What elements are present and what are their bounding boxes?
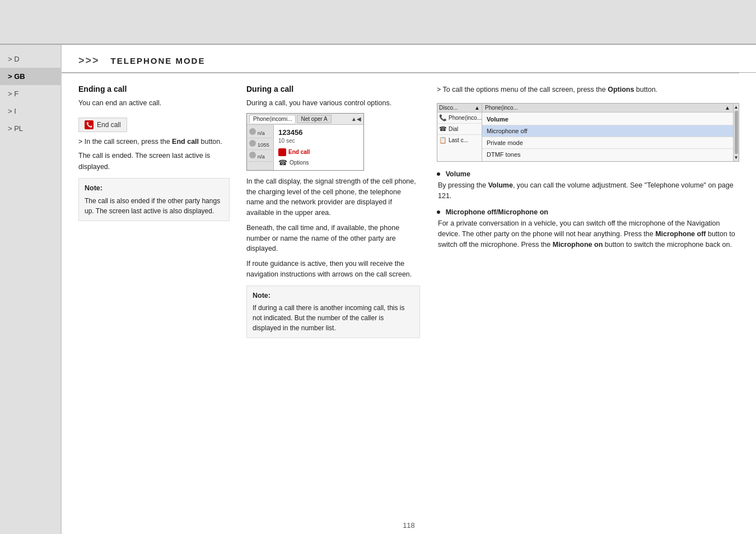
options-dial-label: Dial: [449, 126, 458, 132]
end-call-button-image: End call: [78, 118, 127, 132]
options-mockup: Disco... ▲ 📞 Phone(inco... ☎ Dial: [437, 103, 739, 162]
page-number: 118: [62, 517, 756, 534]
sidebar-item-pl[interactable]: > PL: [0, 120, 60, 137]
ending-note-box: Note: The call is also ended if the othe…: [78, 178, 230, 221]
phone-options-label: Options: [290, 160, 309, 166]
bullet-volume-title: Volume: [446, 170, 470, 178]
during-note-label: Note:: [253, 291, 414, 301]
options-menu: Volume Microphone off Private mode DTMF …: [482, 113, 733, 161]
right-intro-text: > To call the options menu of the call s…: [437, 85, 739, 95]
during-body-3: If route guidance is active, then you wi…: [246, 259, 420, 280]
options-row-phone: 📞 Phone(inco...: [437, 113, 482, 124]
options-row-last: 📋 Last c...: [437, 135, 482, 146]
phone-options-button: ☎ Options: [278, 158, 359, 167]
options-scrollbar: ▲ ▼: [733, 104, 739, 161]
bullet-mic-title: Microphone off/Microphone on: [446, 208, 548, 216]
header-bar: >>> TELEPHONE MODE: [62, 45, 756, 73]
ending-result: The call is ended. The screen last activ…: [78, 151, 230, 172]
sidebar: > D > GB > F > I > PL: [0, 45, 62, 534]
ending-intro-text: You can end an active call.: [78, 98, 230, 109]
ending-note-text: The call is also ended if the other part…: [85, 196, 223, 216]
phone-list-item-3: n/a: [248, 150, 272, 162]
during-body-1: In the call display, the signal strength…: [246, 176, 420, 218]
options-last-label: Last c...: [449, 137, 468, 143]
options-menu-item-dtmf: DTMF tones: [482, 149, 733, 160]
sidebar-item-f[interactable]: > F: [0, 85, 60, 102]
options-menu-item-micoff: Microphone off: [482, 125, 733, 137]
during-body-2: Beneath, the call time and, if available…: [246, 223, 420, 254]
left-column: Ending a call You can end an active call…: [78, 85, 230, 505]
right-column: > To call the options menu of the call s…: [437, 85, 739, 505]
ending-a-call-heading: Ending a call: [78, 85, 230, 93]
bullet-dot-mic: [437, 210, 440, 214]
options-menu-item-volume: Volume: [482, 114, 733, 125]
phone-end-call-button: End call: [278, 148, 359, 156]
options-left-panel: Disco... ▲ 📞 Phone(inco... ☎ Dial: [437, 104, 482, 161]
options-row-dial: ☎ Dial: [437, 124, 482, 135]
bullet-microphone: Microphone off/Microphone on For a priva…: [437, 208, 739, 251]
end-call-label: End call: [97, 121, 121, 129]
options-disco-label: Disco...: [439, 105, 474, 111]
signal-indicator: ▲◀: [351, 116, 361, 122]
options-right-header: Phone(inco... ▲: [482, 104, 733, 113]
sidebar-item-d[interactable]: > D: [0, 50, 60, 68]
phone-screen-mockup: Phone(incomi... Net oper A ▲◀ n/a 1055: [246, 113, 364, 171]
phone-end-call-icon: [278, 148, 286, 156]
during-note-box: Note: If during a call there is another …: [246, 285, 420, 339]
phone-header: Phone(incomi... Net oper A ▲◀: [247, 114, 363, 125]
options-scroll-up-right: ▲: [725, 105, 730, 111]
bullet-volume-body: By pressing the Volume, you can call the…: [438, 180, 739, 202]
bullet-dot-volume: [437, 172, 440, 176]
bullets-section: Volume By pressing the Volume, you can c…: [437, 170, 739, 251]
options-scroll-up: ▲: [474, 105, 480, 111]
phone-tab-incoming: Phone(incomi...: [249, 115, 296, 123]
ending-note-label: Note:: [85, 183, 223, 194]
options-menu-item-private: Private mode: [482, 137, 733, 149]
ending-instruction: > In the call screen, press the End call…: [78, 137, 230, 147]
phone-end-call-label: End call: [288, 149, 310, 155]
phone-list-panel: n/a 1055 n/a: [247, 125, 274, 170]
options-phoneinco-header: Phone(inco...: [485, 105, 725, 111]
middle-column: During a call During a call, you have va…: [246, 85, 420, 505]
phone-end-icon: [85, 120, 94, 129]
page-title: TELEPHONE MODE: [111, 56, 206, 65]
bullet-volume: Volume By pressing the Volume, you can c…: [437, 170, 739, 202]
phone-list-item-2: 1055: [248, 138, 272, 150]
phone-number-display: 123456: [278, 128, 359, 137]
during-note-text: If during a call there is another incomi…: [253, 303, 414, 333]
options-phoneinco-label: Phone(inco...: [449, 115, 482, 121]
during-a-call-heading: During a call: [246, 85, 420, 93]
phone-call-panel: 123456 10 sec End call ☎ Options: [274, 125, 363, 170]
phone-tab-network: Net oper A: [297, 115, 331, 123]
top-decorative-bar: [0, 0, 756, 45]
options-left-header: Disco... ▲: [437, 104, 482, 113]
phone-call-time: 10 sec: [278, 138, 359, 144]
sidebar-item-gb[interactable]: > GB: [0, 68, 60, 85]
sidebar-item-i[interactable]: > I: [0, 102, 60, 120]
during-intro-text: During a call, you have various control …: [246, 98, 420, 109]
bullet-mic-body: For a private conversation in a vehicle,…: [438, 218, 739, 251]
phone-list-item-1: n/a: [248, 127, 272, 138]
options-right-panel: Phone(inco... ▲ Volume Microphone off Pr…: [482, 104, 733, 161]
header-arrows: >>>: [78, 55, 100, 67]
